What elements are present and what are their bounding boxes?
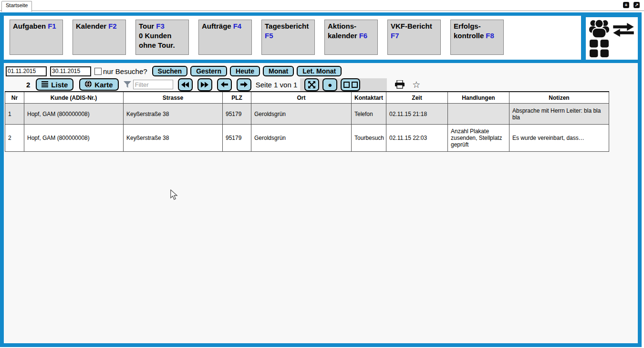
circle-marker-button[interactable]: ● (322, 78, 337, 91)
button-label: kontrolle (454, 32, 484, 40)
liste-button[interactable]: Liste (36, 78, 73, 91)
table-cell: 02.11.15 22:03 (386, 125, 448, 152)
liste-label: Liste (51, 81, 68, 89)
table-cell: Tourbesuch (352, 125, 386, 152)
aktionskalender-button[interactable]: Aktions- kalenderF6 (324, 20, 378, 55)
letzter-monat-button[interactable]: Let. Monat (297, 66, 342, 76)
fkey-label: F3 (156, 22, 165, 30)
table-cell: Absprache mit Herrn Leiter: bla bla bla (509, 104, 609, 125)
list-icon (42, 81, 48, 89)
fkey-label: F5 (265, 31, 312, 41)
column-header[interactable]: Strasse (124, 92, 223, 104)
button-label: Aufträge (202, 22, 231, 30)
gestern-button[interactable]: Gestern (190, 66, 227, 76)
nur-besuche-label: nur Besuche? (103, 67, 147, 75)
fkey-label: F4 (233, 22, 242, 30)
table-cell: Geroldsgrün (251, 104, 352, 125)
table-cell: Anzahl Plakate zusenden, Stellplatz gepr… (448, 125, 509, 152)
popout-icon[interactable]: ↗ (634, 2, 640, 8)
filter-input[interactable] (133, 80, 173, 89)
column-header[interactable]: Handlungen (448, 92, 509, 104)
date-from-input[interactable] (6, 66, 47, 76)
print-icon[interactable] (395, 80, 405, 89)
column-header[interactable]: PLZ (223, 92, 251, 104)
square-icon (343, 82, 350, 88)
content-area: nur Besuche? Suchen Gestern Heute Monat … (4, 63, 638, 343)
karte-button[interactable]: Karte (79, 78, 118, 91)
list-control-row: 2 Liste Karte (4, 78, 420, 91)
vkf-bericht-button[interactable]: VKF-Bericht F7 (387, 20, 441, 55)
button-label: Tagesbericht (265, 21, 312, 31)
table-cell: 95179 (223, 125, 251, 152)
side-icon-panel (586, 17, 638, 60)
table-cell: Keyßerstraße 38 (124, 104, 223, 125)
fkey-label: F7 (391, 31, 437, 41)
table-cell: Keyßerstraße 38 (124, 125, 223, 152)
square-icon (352, 82, 358, 88)
results-table: NrKunde (ADIS-Nr.)StrassePLZOrtKontaktar… (5, 91, 609, 152)
page-indicator: Seite 1 von 1 (256, 81, 298, 89)
tab-startseite[interactable]: Startseite (1, 1, 32, 12)
modules-grid-icon[interactable] (590, 40, 609, 59)
button-label: Aktions- (328, 21, 374, 31)
view-button-strip: ● (300, 78, 387, 91)
button-label: VKF-Bericht (391, 21, 437, 31)
circle-icon: ● (328, 81, 332, 88)
two-panels-button[interactable] (341, 78, 360, 91)
table-cell: Telefon (352, 104, 386, 125)
add-tab-icon[interactable]: + (623, 2, 629, 8)
auftraege-button[interactable]: AufträgeF4 (198, 20, 252, 55)
tour-button[interactable]: TourF3 0 Kunden ohne Tour. (135, 20, 189, 55)
expand-arrows-button[interactable] (304, 78, 319, 91)
table-header-row: NrKunde (ADIS-Nr.)StrassePLZOrtKontaktar… (5, 92, 609, 104)
fkey-label: F6 (359, 32, 368, 40)
mouse-cursor (170, 190, 178, 202)
tab-bar: Startseite + ↗ (0, 0, 644, 11)
suchen-button[interactable]: Suchen (152, 66, 188, 76)
table-cell: 1 (5, 104, 24, 125)
nur-besuche-checkbox[interactable] (94, 68, 102, 75)
column-header[interactable]: Zeit (386, 92, 448, 104)
column-header[interactable]: Kunde (ADIS-Nr.) (24, 92, 124, 104)
prev-page-button[interactable] (217, 78, 232, 91)
button-label: Erfolgs- (454, 21, 500, 31)
tour-info-line: 0 Kunden (139, 31, 186, 41)
tagesbericht-button[interactable]: Tagesbericht F5 (261, 20, 315, 55)
kalender-button[interactable]: KalenderF2 (73, 20, 126, 55)
monat-button[interactable]: Monat (263, 66, 294, 76)
date-to-input[interactable] (50, 66, 91, 76)
favorite-star-icon[interactable]: ☆ (412, 80, 420, 89)
table-cell: 95179 (223, 104, 251, 125)
table-cell: 2 (5, 125, 24, 152)
column-header[interactable]: Nr (5, 92, 24, 104)
erfolgskontrolle-button[interactable]: Erfolgs- kontrolleF8 (450, 20, 504, 55)
fkey-label: F2 (108, 22, 117, 30)
table-cell: Geroldsgrün (251, 125, 352, 152)
function-toolbar: AufgabenF1 KalenderF2 TourF3 0 Kunden oh… (4, 16, 581, 60)
globe-icon (85, 81, 92, 89)
table-row[interactable]: 2Hopf, GAM (800000008)Keyßerstraße 38951… (5, 125, 609, 152)
button-label: Tour (139, 22, 154, 30)
column-header[interactable]: Ort (251, 92, 352, 104)
column-header[interactable]: Kontaktart (352, 92, 386, 104)
search-row: nur Besuche? Suchen Gestern Heute Monat … (6, 65, 342, 77)
table-row[interactable]: 1Hopf, GAM (800000008)Keyßerstraße 38951… (5, 104, 609, 125)
button-label: Aufgaben (13, 22, 46, 30)
karte-label: Karte (94, 81, 113, 89)
main-frame: AufgabenF1 KalenderF2 TourF3 0 Kunden oh… (0, 12, 642, 347)
result-count: 2 (26, 81, 30, 89)
sync-arrows-icon[interactable] (612, 22, 635, 39)
tour-info-line: ohne Tour. (139, 41, 186, 50)
table-cell: Es wurde vereinbart, dass… (509, 125, 609, 152)
aufgaben-button[interactable]: AufgabenF1 (10, 20, 63, 55)
filter-funnel-icon (124, 81, 131, 88)
next-page-button[interactable] (237, 78, 251, 91)
table-cell (448, 104, 509, 125)
heute-button[interactable]: Heute (230, 66, 260, 76)
contacts-icon[interactable] (588, 19, 610, 41)
column-header[interactable]: Notizen (509, 92, 609, 104)
table-cell: Hopf, GAM (800000008) (24, 104, 124, 125)
fkey-label: F8 (486, 32, 494, 40)
first-page-button[interactable] (178, 78, 193, 91)
last-page-button[interactable] (197, 78, 212, 91)
